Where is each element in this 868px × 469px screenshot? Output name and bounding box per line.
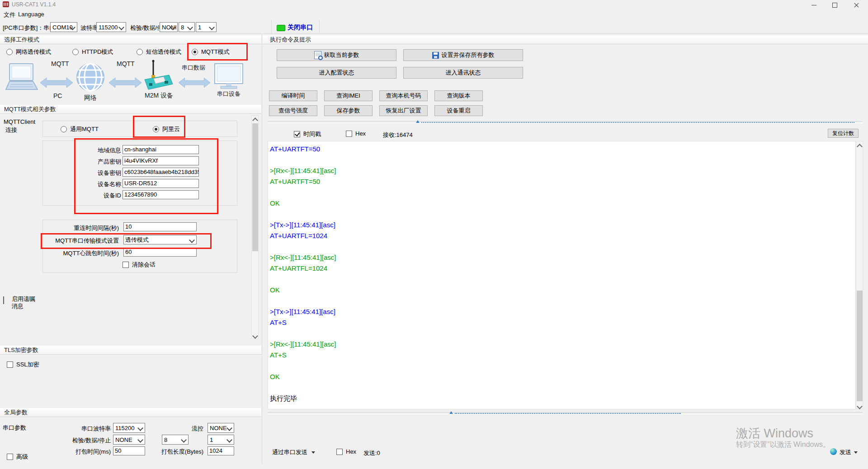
will-message-option[interactable]: 启用遗嘱 消息 (3, 295, 4, 301)
log-output-area[interactable] (268, 141, 856, 409)
heartbeat-input[interactable]: 60 (123, 248, 197, 257)
reconnect-input[interactable]: 10 (123, 222, 197, 231)
timestamp-checkbox[interactable] (294, 131, 300, 137)
work-mode-option-0[interactable]: 网络透传模式 (6, 47, 51, 56)
work-mode-option-2[interactable]: 短信透传模式 (137, 47, 181, 56)
m2m-label: M2M 设备 (145, 92, 173, 100)
will-message-checkbox[interactable] (3, 296, 4, 304)
scroll-up-icon[interactable] (252, 117, 258, 123)
g-stopbits-combo[interactable]: 1 (208, 435, 234, 445)
databits-combo[interactable]: 8 (179, 22, 195, 32)
small-command-button-1[interactable]: 查询IMEI (324, 90, 373, 101)
field-input-2[interactable]: c6023b648faaaeb4b218dd35 (123, 168, 199, 177)
field-input-3[interactable]: USR-DR512 (123, 179, 199, 188)
command-buttons-large: 获取当前参数设置并保存所有参数进入配置状态进入通讯状态 (277, 49, 523, 79)
log-line: OK (270, 371, 336, 382)
close-serial-button[interactable]: 关闭串口 (288, 23, 313, 32)
send-button[interactable]: 发送 (840, 448, 858, 456)
field-input-1[interactable]: i4u4VIKvRXf (123, 156, 199, 165)
work-mode-option-3[interactable]: MQTT模式 (192, 47, 230, 56)
radio-icon (153, 126, 159, 132)
send-via-serial-button[interactable]: 通过串口发送 (272, 447, 315, 457)
scroll-up-icon[interactable] (857, 144, 863, 150)
transfer-mode-combo[interactable]: 透传模式 (123, 235, 197, 244)
maximize-button[interactable] (826, 0, 843, 10)
scroll-down-icon[interactable] (857, 403, 863, 409)
chevron-down-icon (137, 425, 143, 431)
small-command-button-3[interactable]: 查询版本 (434, 90, 483, 101)
hex-option[interactable]: Hex (346, 130, 366, 137)
ssl-option[interactable]: SSL加密 (7, 361, 39, 369)
command-button-1[interactable]: 设置并保存所有参数 (403, 49, 523, 61)
work-mode-label: MQTT模式 (201, 48, 230, 56)
clear-session-option[interactable]: 清除会话 (123, 261, 156, 269)
global-params-header: 全局参数 (0, 408, 261, 417)
conn-option-0[interactable]: 通用MQTT (61, 125, 99, 133)
minimize-button[interactable] (806, 0, 822, 10)
timestamp-option[interactable]: 时间戳 (294, 130, 321, 138)
baud-combo[interactable]: 115200 (96, 22, 126, 32)
packtime-input[interactable]: 50 (113, 446, 145, 455)
log-line: AT+UARTFT=50 (270, 176, 336, 187)
log-scrollbar[interactable] (856, 141, 863, 409)
field-input-0[interactable]: cn-shanghai (123, 145, 199, 154)
ssl-label: SSL加密 (16, 361, 39, 369)
packlen-label: 打包长度(Bytes) (149, 448, 203, 456)
window-title: USR-CAT1 V1.1.4 (12, 1, 56, 8)
reset-counter-button[interactable]: 复位计数 (828, 129, 859, 138)
clear-session-checkbox[interactable] (123, 262, 129, 268)
com-port-combo[interactable]: COM10 (50, 22, 77, 32)
pc-label: PC (53, 92, 62, 99)
conn-option-1[interactable]: 阿里云 (153, 125, 180, 133)
serial-open-led-icon (277, 25, 285, 31)
command-button-3[interactable]: 进入通讯状态 (403, 67, 523, 79)
send-hex-option[interactable]: Hex (336, 448, 356, 455)
save-disk-icon (432, 52, 439, 59)
small-command-button-7[interactable]: 设备重启 (434, 105, 483, 116)
g-databits-combo[interactable]: 8 (162, 435, 189, 445)
small-command-button-5[interactable]: 保存参数 (324, 105, 373, 116)
left-panel-scrollbar[interactable] (251, 115, 259, 339)
log-line: AT+UARTFL=1024 (270, 230, 336, 241)
serial-device-icon (214, 63, 244, 90)
g-baud-combo[interactable]: 115200 (113, 423, 145, 433)
close-button[interactable] (848, 0, 864, 10)
link1-label: MQTT (51, 60, 69, 67)
chevron-down-icon (226, 425, 232, 431)
baud-label: 波特率 (80, 24, 98, 32)
scrollbar-thumb[interactable] (252, 123, 258, 251)
menu-file[interactable]: 文件 (4, 11, 15, 19)
field-input-4[interactable]: 1234567890 (123, 190, 199, 199)
splitter-dots-icon (455, 413, 681, 414)
command-button-2[interactable]: 进入配置状态 (277, 67, 396, 79)
log-line (270, 274, 336, 285)
advanced-checkbox[interactable] (7, 454, 13, 460)
small-command-button-4[interactable]: 查信号强度 (269, 105, 317, 116)
reconnect-label: 重连时间间隔(秒) (45, 224, 119, 232)
log-line: >[Tx->][11:45:41][asc] (270, 306, 336, 317)
hex-checkbox[interactable] (346, 131, 352, 137)
send-hex-checkbox[interactable] (336, 449, 343, 455)
packlen-input[interactable]: 1024 (208, 446, 234, 455)
small-command-button-2[interactable]: 查询本机号码 (379, 90, 428, 101)
stopbits-combo[interactable]: 1 (196, 22, 217, 32)
ssl-checkbox[interactable] (7, 361, 13, 368)
scroll-down-icon[interactable] (252, 333, 258, 339)
menu-language[interactable]: Language (18, 11, 44, 18)
small-command-button-6[interactable]: 恢复出厂设置 (379, 105, 428, 116)
log-line: OK (270, 285, 336, 295)
parity-combo[interactable]: NONI (160, 22, 178, 32)
radio-icon (192, 49, 198, 55)
splitter-handle-icon (449, 411, 453, 414)
splitter-dots-icon (421, 122, 854, 123)
g-parity-combo[interactable]: NONE (113, 435, 145, 445)
small-command-button-0[interactable]: 编译时间 (269, 90, 317, 101)
work-mode-option-1[interactable]: HTTPD模式 (72, 47, 113, 56)
command-button-0[interactable]: 获取当前参数 (277, 49, 396, 61)
hex-label: Hex (355, 130, 366, 137)
g-flow-combo[interactable]: NONE (208, 423, 234, 433)
scrollbar-thumb[interactable] (857, 291, 863, 401)
advanced-option[interactable]: 高级 (7, 453, 28, 461)
log-line: >[Tx->][11:45:41][asc] (270, 220, 336, 230)
chevron-down-icon (226, 437, 232, 443)
